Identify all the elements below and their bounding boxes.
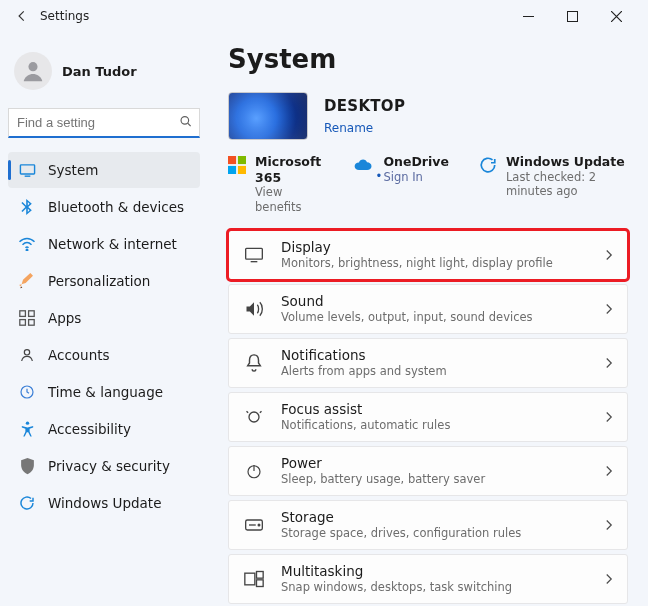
settings-cards: DisplayMonitors, brightness, night light… <box>228 230 628 606</box>
card-subtitle: Volume levels, output, input, sound devi… <box>281 310 589 324</box>
bluetooth-icon <box>18 198 36 216</box>
back-button[interactable] <box>10 9 34 23</box>
windows-update-icon <box>479 155 497 175</box>
quick-links-row: Microsoft 365 View benefits OneDrive Sig… <box>228 154 628 214</box>
minimize-icon <box>523 11 534 22</box>
maximize-button[interactable] <box>550 0 594 32</box>
quick-onedrive[interactable]: OneDrive Sign In <box>354 154 448 184</box>
apps-icon <box>18 309 36 327</box>
card-storage[interactable]: StorageStorage space, drives, configurat… <box>228 500 628 550</box>
rename-link[interactable]: Rename <box>324 121 405 135</box>
card-subtitle: Storage space, drives, configuration rul… <box>281 526 589 540</box>
card-subtitle: Notifications, automatic rules <box>281 418 589 432</box>
card-subtitle: Snap windows, desktops, task switching <box>281 580 589 594</box>
quick-title: Microsoft 365 <box>255 154 324 185</box>
card-subtitle: Monitors, brightness, night light, displ… <box>281 256 589 270</box>
card-power[interactable]: PowerSleep, battery usage, battery saver <box>228 446 628 496</box>
chevron-right-icon <box>605 300 613 319</box>
avatar <box>14 52 52 90</box>
sidebar-item-accessibility[interactable]: Accessibility <box>8 411 200 447</box>
card-title: Storage <box>281 509 589 526</box>
title-bar: Settings <box>0 0 648 32</box>
quick-ms365[interactable]: Microsoft 365 View benefits <box>228 154 324 214</box>
card-notifications[interactable]: NotificationsAlerts from apps and system <box>228 338 628 388</box>
card-multitasking[interactable]: MultitaskingSnap windows, desktops, task… <box>228 554 628 604</box>
sidebar-item-personalization[interactable]: Personalization <box>8 263 200 299</box>
card-focus[interactable]: Focus assistNotifications, automatic rul… <box>228 392 628 442</box>
device-thumbnail <box>228 92 308 140</box>
chevron-right-icon <box>605 246 613 265</box>
network-icon <box>18 235 36 253</box>
page-title: System <box>228 44 628 74</box>
card-sound[interactable]: SoundVolume levels, output, input, sound… <box>228 284 628 334</box>
svg-rect-6 <box>20 311 26 317</box>
sidebar-item-label: Bluetooth & devices <box>48 199 184 215</box>
person-icon <box>20 58 46 84</box>
personalization-icon <box>18 272 36 290</box>
multitasking-icon <box>243 568 265 590</box>
sidebar-item-apps[interactable]: Apps <box>8 300 200 336</box>
svg-point-5 <box>26 249 28 251</box>
sidebar-item-network[interactable]: Network & internet <box>8 226 200 262</box>
card-display[interactable]: DisplayMonitors, brightness, night light… <box>228 230 628 280</box>
close-button[interactable] <box>594 0 638 32</box>
chevron-right-icon <box>605 462 613 481</box>
back-arrow-icon <box>15 9 29 23</box>
power-icon <box>243 460 265 482</box>
accounts-icon <box>18 346 36 364</box>
svg-rect-8 <box>20 320 26 326</box>
chevron-right-icon <box>605 516 613 535</box>
sidebar-item-privacy[interactable]: Privacy & security <box>8 448 200 484</box>
content-area: System DESKTOP Rename Microsoft 365 View… <box>208 32 648 606</box>
sidebar-item-label: Accessibility <box>48 421 131 437</box>
maximize-icon <box>567 11 578 22</box>
quick-title: Windows Update <box>506 154 628 170</box>
device-name: DESKTOP <box>324 97 405 115</box>
device-block: DESKTOP Rename <box>228 92 628 140</box>
chevron-right-icon <box>605 408 613 427</box>
sidebar-nav: SystemBluetooth & devicesNetwork & inter… <box>8 152 200 521</box>
onedrive-icon <box>354 155 374 175</box>
card-title: Sound <box>281 293 589 310</box>
sidebar-item-accounts[interactable]: Accounts <box>8 337 200 373</box>
user-name: Dan Tudor <box>62 64 137 79</box>
microsoft-365-icon <box>228 155 246 175</box>
display-icon <box>243 244 265 266</box>
sidebar-item-label: Accounts <box>48 347 110 363</box>
quick-sub: Last checked: 2 minutes ago <box>506 170 628 199</box>
sound-icon <box>243 298 265 320</box>
svg-rect-7 <box>29 311 35 317</box>
sidebar-item-label: Time & language <box>48 384 163 400</box>
svg-point-3 <box>181 117 189 125</box>
quick-windows-update[interactable]: Windows Update Last checked: 2 minutes a… <box>479 154 628 198</box>
quick-sub: Sign In <box>383 170 448 184</box>
chevron-right-icon <box>605 570 613 589</box>
svg-point-10 <box>24 350 29 355</box>
storage-icon <box>243 514 265 536</box>
system-icon <box>18 161 36 179</box>
sidebar-item-update[interactable]: Windows Update <box>8 485 200 521</box>
svg-rect-16 <box>238 166 246 174</box>
search-icon <box>179 114 193 133</box>
quick-title: OneDrive <box>383 154 448 170</box>
svg-point-12 <box>25 421 28 424</box>
sidebar-item-time[interactable]: Time & language <box>8 374 200 410</box>
svg-point-2 <box>28 62 37 71</box>
time-icon <box>18 383 36 401</box>
quick-sub: View benefits <box>255 185 324 214</box>
sidebar-item-system[interactable]: System <box>8 152 200 188</box>
profile-block[interactable]: Dan Tudor <box>8 40 200 106</box>
sidebar-item-label: Personalization <box>48 273 150 289</box>
svg-rect-23 <box>257 572 264 579</box>
svg-point-21 <box>258 524 260 526</box>
svg-rect-13 <box>228 156 236 164</box>
card-title: Power <box>281 455 589 472</box>
search-box <box>8 108 200 138</box>
card-subtitle: Alerts from apps and system <box>281 364 589 378</box>
sidebar-item-bluetooth[interactable]: Bluetooth & devices <box>8 189 200 225</box>
svg-rect-9 <box>29 320 35 326</box>
svg-rect-0 <box>523 16 534 17</box>
search-input[interactable] <box>8 108 200 138</box>
minimize-button[interactable] <box>506 0 550 32</box>
svg-rect-22 <box>245 573 255 585</box>
